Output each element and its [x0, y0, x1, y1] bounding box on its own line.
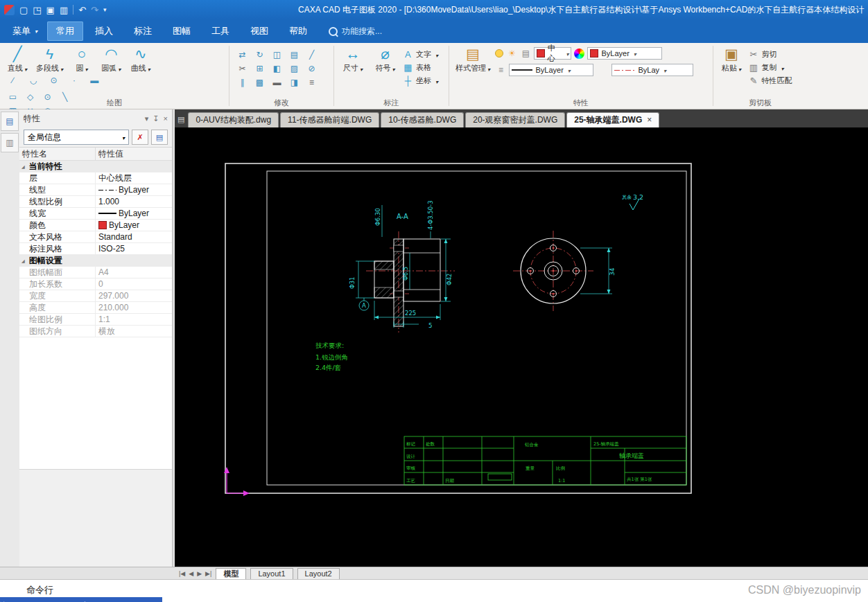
- property-row-scale[interactable]: 绘图比例 1:1: [19, 314, 172, 326]
- menu-tab-view[interactable]: 视图: [241, 21, 277, 41]
- prev-tab-icon[interactable]: ◀: [189, 570, 193, 577]
- section-sheet-settings[interactable]: 图幅设置: [19, 255, 172, 267]
- section-current-properties[interactable]: 当前特性: [19, 161, 172, 172]
- explode-icon[interactable]: ≡: [303, 76, 320, 89]
- property-row-color[interactable]: 颜色 ByLayer: [19, 220, 172, 231]
- property-row-orientation[interactable]: 图纸方向 横放: [19, 326, 172, 337]
- clear-selection-button[interactable]: ✗: [132, 130, 148, 145]
- copy-button[interactable]: ▥ 复制: [748, 61, 792, 74]
- property-row-paper-size[interactable]: 图纸幅面 A4: [19, 267, 172, 278]
- draw-extra-icon[interactable]: ⊙: [45, 73, 62, 87]
- doc-tab-3[interactable]: 20-观察窗密封盖.DWG: [465, 112, 565, 127]
- next-tab-icon[interactable]: ▶: [197, 570, 202, 577]
- property-row-linetype[interactable]: 线型 ByLayer: [19, 184, 172, 196]
- stretch-icon[interactable]: ▬: [268, 76, 286, 89]
- menu-tab-insert[interactable]: 插入: [86, 21, 122, 41]
- doc-tab-0[interactable]: 0-AUV结构装配.dwg: [188, 112, 279, 127]
- property-row-extend-factor[interactable]: 加长系数 0: [19, 278, 172, 290]
- parallel-icon[interactable]: ∥: [234, 76, 251, 89]
- text-button[interactable]: A 文字: [403, 48, 438, 61]
- scale-icon[interactable]: ▩: [251, 76, 268, 89]
- plot-icon[interactable]: ▤: [520, 48, 531, 58]
- menu-tab-common[interactable]: 常用: [47, 21, 83, 41]
- cut-tool-icon[interactable]: ✂: [234, 62, 251, 76]
- scope-selector[interactable]: 全局信息: [24, 130, 129, 145]
- property-row-height[interactable]: 高度 210.000: [19, 302, 172, 314]
- document-list-icon[interactable]: ▤: [177, 115, 184, 124]
- table-button[interactable]: ▦ 表格: [403, 61, 438, 74]
- menu-tab-help[interactable]: 帮助: [280, 21, 316, 41]
- doc-tab-2[interactable]: 10-传感器舱.DWG: [381, 112, 464, 127]
- extend-icon[interactable]: ⊞: [251, 62, 268, 76]
- menu-tab-sheet[interactable]: 图幅: [164, 21, 200, 41]
- break-icon[interactable]: ⊘: [303, 62, 320, 76]
- tab-layout1[interactable]: Layout1: [250, 568, 293, 579]
- new-file-icon[interactable]: ▢: [19, 6, 28, 15]
- paste-button[interactable]: ▣ 粘贴: [718, 45, 745, 73]
- swap-icon[interactable]: ⇄: [234, 48, 251, 62]
- command-bar[interactable]: 命令行 CSDN @biyezuopinvip 读取 AutoCAD 2004 …: [0, 579, 868, 602]
- fillet-icon[interactable]: ▨: [286, 62, 303, 76]
- cut-button[interactable]: ✂ 剪切: [748, 48, 792, 61]
- panel-menu-icon[interactable]: ▾: [145, 114, 149, 123]
- property-row-dim-style[interactable]: 标注风格 ISO-25: [19, 243, 172, 255]
- dimension-button[interactable]: ↔ 尺寸: [338, 45, 367, 73]
- drawing-canvas[interactable]: Φ6.30 A-A 4-Φ3.50-3 Φ42 Φ31 Φ6.5: [175, 127, 868, 567]
- property-row-layer[interactable]: 层 中心线层: [19, 172, 172, 184]
- doc-tab-1[interactable]: 11-传感器舱前端.DWG: [280, 112, 379, 127]
- close-tab-icon[interactable]: ×: [647, 113, 652, 127]
- open-file-icon[interactable]: ◳: [33, 6, 41, 15]
- offset-icon[interactable]: ◧: [268, 62, 286, 76]
- quick-toolbar-more-icon[interactable]: ▾: [103, 7, 107, 13]
- panel-tab-properties[interactable]: ▤: [1, 112, 19, 131]
- line-button[interactable]: ╱ 直线: [4, 45, 31, 73]
- print-icon[interactable]: ▥: [60, 6, 68, 15]
- trim-icon[interactable]: ╱: [303, 48, 320, 62]
- color-wheel-icon[interactable]: [574, 48, 584, 59]
- property-row-text-style[interactable]: 文本风格 Standard: [19, 231, 172, 243]
- property-row-width[interactable]: 宽度 297.000: [19, 290, 172, 302]
- draw-extra-icon[interactable]: ◡: [24, 73, 42, 87]
- style-manager-button[interactable]: ▤ 样式管理: [453, 45, 492, 73]
- tab-model[interactable]: 模型: [216, 568, 246, 579]
- redo-icon[interactable]: ↷: [91, 6, 98, 15]
- doc-tab-4[interactable]: 25-轴承端盖.DWG ×: [566, 112, 659, 127]
- coordinate-button[interactable]: ┼ 坐标: [403, 74, 438, 87]
- color-combo[interactable]: ByLayer: [587, 47, 662, 60]
- match-properties-button[interactable]: ✎ 特性匹配: [748, 74, 792, 87]
- pin-icon[interactable]: ↧: [153, 114, 159, 123]
- panel-tab-library[interactable]: ▥: [1, 133, 19, 152]
- undo-icon[interactable]: ↶: [78, 6, 86, 15]
- sheet-settings-button[interactable]: ▤: [151, 130, 168, 145]
- draw-extra-icon[interactable]: ▬: [86, 73, 103, 87]
- last-tab-icon[interactable]: ▶|: [205, 570, 211, 577]
- menu-tab-tools[interactable]: 工具: [202, 21, 238, 41]
- array-icon[interactable]: ▤: [286, 48, 303, 62]
- sun-icon[interactable]: ☀: [506, 48, 517, 58]
- property-row-linetype-scale[interactable]: 线型比例 1.000: [19, 196, 172, 208]
- layer-combo[interactable]: 中心: [534, 47, 571, 60]
- circle-button[interactable]: ○ 圆: [69, 45, 95, 73]
- menu-button[interactable]: 菜单: [6, 19, 44, 43]
- mirror-icon[interactable]: ◫: [268, 48, 286, 62]
- polyline-button[interactable]: ϟ 多段线: [33, 45, 65, 73]
- symbol-button[interactable]: ⌀ 符号: [370, 45, 399, 73]
- draw-extra-icon[interactable]: ∕: [4, 73, 21, 87]
- curve-button[interactable]: ∿ 曲线: [128, 45, 154, 73]
- menu-tab-annotate[interactable]: 标注: [125, 21, 161, 41]
- linetype-combo[interactable]: ByLay: [611, 64, 693, 76]
- property-row-lineweight[interactable]: 线宽 ByLayer: [19, 208, 172, 220]
- function-search[interactable]: 功能搜索...: [329, 26, 382, 37]
- arc-button[interactable]: ◠ 圆弧: [98, 45, 124, 73]
- save-file-icon[interactable]: ▣: [46, 6, 55, 15]
- layer-on-icon[interactable]: [495, 49, 503, 57]
- first-tab-icon[interactable]: |◀: [179, 570, 185, 577]
- draw-extra-icon[interactable]: ∙: [65, 73, 83, 87]
- close-icon[interactable]: ×: [164, 114, 168, 123]
- lineweight-icon[interactable]: ≡: [495, 65, 506, 75]
- tab-layout2[interactable]: Layout2: [297, 568, 340, 579]
- rotate-icon[interactable]: ↻: [251, 48, 268, 62]
- chamfer-icon[interactable]: ◨: [286, 76, 303, 89]
- coordinate-icon: ┼: [403, 76, 413, 86]
- lineweight-combo[interactable]: ByLayer: [509, 64, 593, 76]
